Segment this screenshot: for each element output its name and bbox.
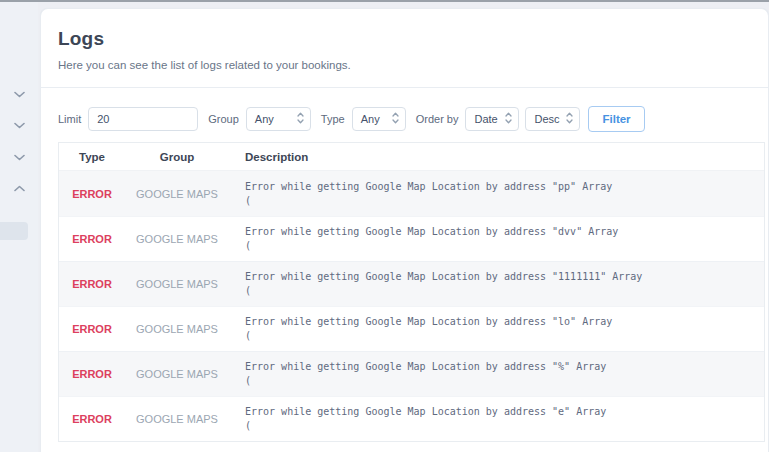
logs-table: Type Group Description ERROR GOOGLE MAPS… — [58, 142, 765, 442]
table-row: ERROR GOOGLE MAPS Error while getting Go… — [59, 216, 764, 261]
order-direction-select[interactable]: Desc — [525, 107, 580, 131]
order-field-value: Date — [474, 113, 497, 125]
group-select-value: Any — [255, 113, 274, 125]
table-header: Type Group Description — [59, 143, 764, 171]
table-row: ERROR GOOGLE MAPS Error while getting Go… — [59, 351, 764, 396]
type-select[interactable]: Any — [352, 107, 406, 131]
type-select-value: Any — [361, 113, 380, 125]
page-subtitle: Here you can see the list of logs relate… — [58, 59, 768, 71]
divider — [41, 87, 768, 88]
log-description: Error while getting Google Map Location … — [229, 315, 764, 343]
log-description: Error while getting Google Map Location … — [229, 180, 764, 208]
chevron-down-icon — [14, 122, 25, 129]
log-group: GOOGLE MAPS — [125, 233, 229, 245]
header-group: Group — [125, 151, 229, 163]
log-type: ERROR — [59, 278, 125, 290]
select-stepper-icon — [566, 112, 573, 126]
log-description: Error while getting Google Map Location … — [229, 270, 764, 298]
log-group: GOOGLE MAPS — [125, 323, 229, 335]
select-stepper-icon — [392, 112, 399, 126]
log-type: ERROR — [59, 368, 125, 380]
filter-button[interactable]: Filter — [588, 106, 644, 132]
table-row: ERROR GOOGLE MAPS Error while getting Go… — [59, 306, 764, 351]
limit-label: Limit — [58, 113, 81, 125]
log-type: ERROR — [59, 413, 125, 425]
table-row: ERROR GOOGLE MAPS Error while getting Go… — [59, 171, 764, 216]
log-group: GOOGLE MAPS — [125, 278, 229, 290]
log-description: Error while getting Google Map Location … — [229, 225, 764, 253]
group-select[interactable]: Any — [246, 107, 311, 131]
header-description: Description — [229, 151, 764, 163]
type-label: Type — [321, 113, 345, 125]
logs-card: Logs Here you can see the list of logs r… — [40, 8, 769, 452]
top-border — [0, 0, 769, 2]
filter-bar: Limit Group Any Type Any Order by Date D… — [58, 106, 768, 132]
order-by-label: Order by — [416, 113, 459, 125]
header-type: Type — [59, 151, 125, 163]
sidebar — [0, 2, 38, 452]
log-description: Error while getting Google Map Location … — [229, 405, 764, 433]
limit-input[interactable] — [88, 107, 198, 131]
sidebar-toggle-3[interactable] — [0, 149, 38, 165]
chevron-down-icon — [14, 154, 25, 161]
table-row: ERROR GOOGLE MAPS Error while getting Go… — [59, 261, 764, 306]
group-label: Group — [208, 113, 239, 125]
page-title: Logs — [58, 28, 768, 50]
table-row: ERROR GOOGLE MAPS Error while getting Go… — [59, 396, 764, 441]
log-group: GOOGLE MAPS — [125, 188, 229, 200]
order-field-select[interactable]: Date — [465, 107, 519, 131]
log-group: GOOGLE MAPS — [125, 368, 229, 380]
log-description: Error while getting Google Map Location … — [229, 360, 764, 388]
chevron-down-icon — [14, 91, 25, 98]
sidebar-toggle-1[interactable] — [0, 86, 38, 102]
select-stepper-icon — [505, 112, 512, 126]
log-type: ERROR — [59, 233, 125, 245]
sidebar-toggle-2[interactable] — [0, 117, 38, 133]
sidebar-active-item[interactable] — [0, 222, 28, 240]
log-type: ERROR — [59, 188, 125, 200]
sidebar-toggle-4[interactable] — [0, 180, 38, 196]
screen: Logs Here you can see the list of logs r… — [0, 0, 769, 452]
select-stepper-icon — [297, 112, 304, 126]
chevron-up-icon — [14, 185, 25, 192]
log-group: GOOGLE MAPS — [125, 413, 229, 425]
log-type: ERROR — [59, 323, 125, 335]
order-direction-value: Desc — [534, 113, 559, 125]
